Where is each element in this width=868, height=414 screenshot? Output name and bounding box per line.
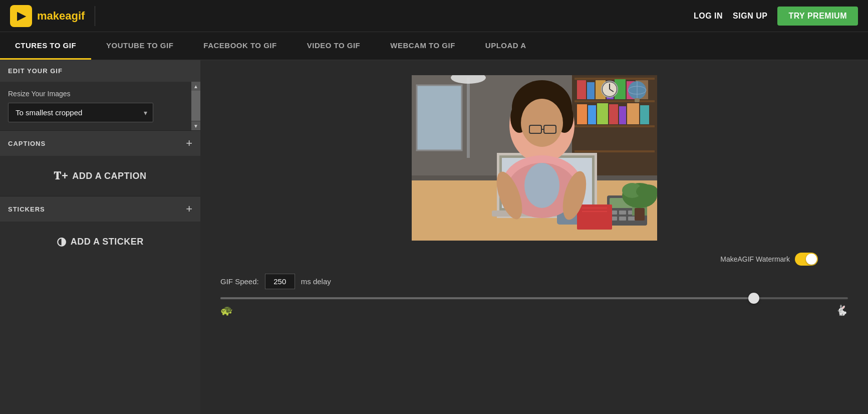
scroll-up-button[interactable]: ▲: [191, 82, 200, 91]
tab-facebook[interactable]: FACEBOOK TO GIF: [188, 32, 292, 60]
captions-add-button[interactable]: +: [186, 138, 192, 149]
svg-rect-41: [619, 211, 626, 215]
svg-rect-16: [577, 104, 587, 124]
edit-gif-body: Resize Your Images To smallest cropped T…: [0, 82, 200, 130]
resize-select[interactable]: To smallest cropped To smallest To large…: [8, 103, 153, 122]
svg-rect-52: [635, 208, 645, 221]
rabbit-icon: 🐇: [835, 304, 848, 316]
scroll-down-button[interactable]: ▼: [191, 121, 200, 130]
add-caption-btn[interactable]: 𝐓+ ADD A CAPTION: [54, 169, 146, 182]
login-button[interactable]: LOG IN: [694, 12, 723, 21]
svg-rect-45: [619, 217, 626, 221]
logo-icon: ▶: [10, 5, 32, 27]
try-premium-button[interactable]: TRY PREMIUM: [777, 7, 858, 26]
sticker-icon: ◑: [57, 235, 67, 248]
logo-text: makeagif: [37, 10, 85, 23]
svg-rect-10: [587, 82, 595, 99]
edit-gif-section: EDIT YOUR GIF Resize Your Images To smal…: [0, 60, 200, 130]
slider-fill: [220, 297, 754, 299]
sidebar: EDIT YOUR GIF Resize Your Images To smal…: [0, 60, 200, 414]
svg-point-70: [524, 163, 559, 208]
stickers-add-button[interactable]: +: [186, 203, 192, 215]
tab-pictures[interactable]: CTURES TO GIF: [0, 32, 91, 60]
stickers-header: STICKERS +: [0, 196, 200, 222]
slider-icons: 🐢 🐇: [220, 304, 848, 316]
tab-webcam[interactable]: WEBCAM TO GIF: [375, 32, 470, 60]
header-actions: LOG IN SIGN UP TRY PREMIUM: [694, 7, 858, 26]
turtle-icon: 🐢: [220, 304, 233, 316]
main-layout: EDIT YOUR GIF Resize Your Images To smal…: [0, 60, 868, 414]
edit-scrollbar[interactable]: ▲ ▼: [191, 82, 200, 130]
slider-thumb[interactable]: [748, 293, 759, 304]
gif-speed-row: GIF Speed: ms delay: [220, 274, 331, 289]
svg-rect-18: [597, 103, 608, 124]
svg-rect-17: [588, 105, 596, 124]
logo-area: ▶ makeagif: [10, 5, 85, 27]
svg-rect-20: [619, 106, 626, 124]
stickers-section: STICKERS + ◑ ADD A STICKER: [0, 196, 200, 262]
watermark-toggle[interactable]: [795, 253, 818, 266]
add-sticker-btn[interactable]: ◑ ADD A STICKER: [57, 235, 144, 248]
tab-youtube[interactable]: YOUTUBE TO GIF: [91, 32, 188, 60]
gif-speed-label: GIF Speed:: [220, 277, 259, 286]
header: ▶ makeagif LOG IN SIGN UP TRY PREMIUM: [0, 0, 868, 32]
gif-speed-input[interactable]: [265, 274, 295, 289]
svg-point-51: [636, 184, 657, 198]
gif-speed-slider-row: 🐢 🐇: [220, 297, 848, 316]
speed-unit-label: ms delay: [301, 277, 331, 286]
resize-label: Resize Your Images: [8, 90, 192, 98]
tab-video[interactable]: VIDEO TO GIF: [292, 32, 376, 60]
svg-rect-21: [627, 103, 639, 124]
caption-icon: 𝐓+: [54, 169, 68, 182]
svg-rect-7: [574, 125, 655, 127]
svg-rect-2: [417, 85, 462, 150]
svg-rect-31: [467, 78, 470, 158]
svg-rect-8: [574, 150, 655, 152]
add-caption-body: 𝐓+ ADD A CAPTION: [0, 156, 200, 196]
scroll-track: [191, 91, 200, 121]
resize-select-wrapper: To smallest cropped To smallest To large…: [8, 103, 153, 122]
svg-rect-22: [640, 105, 649, 124]
toggle-knob: [806, 254, 817, 265]
svg-rect-19: [609, 104, 618, 124]
svg-point-62: [521, 99, 563, 147]
gif-preview: [412, 75, 657, 241]
edit-gif-header: EDIT YOUR GIF: [0, 60, 200, 82]
scroll-thumb[interactable]: [191, 91, 200, 121]
captions-header: CAPTIONS +: [0, 131, 200, 156]
svg-rect-46: [628, 217, 635, 221]
captions-section: CAPTIONS + 𝐓+ ADD A CAPTION: [0, 130, 200, 196]
watermark-row: MakeAGIF Watermark: [720, 253, 818, 266]
preview-svg: [412, 75, 657, 241]
content-area: MakeAGIF Watermark GIF Speed: ms delay 🐢…: [200, 60, 868, 414]
signup-button[interactable]: SIGN UP: [733, 12, 767, 21]
header-divider: [95, 6, 95, 26]
tab-upload[interactable]: UPLOAD A: [470, 32, 541, 60]
nav-tabs: CTURES TO GIF YOUTUBE TO GIF FACEBOOK TO…: [0, 32, 868, 60]
slider-track[interactable]: [220, 297, 848, 299]
watermark-label: MakeAGIF Watermark: [720, 255, 790, 263]
svg-rect-26: [635, 98, 640, 102]
svg-rect-6: [574, 100, 655, 102]
svg-rect-9: [577, 80, 586, 99]
add-sticker-body: ◑ ADD A STICKER: [0, 222, 200, 262]
